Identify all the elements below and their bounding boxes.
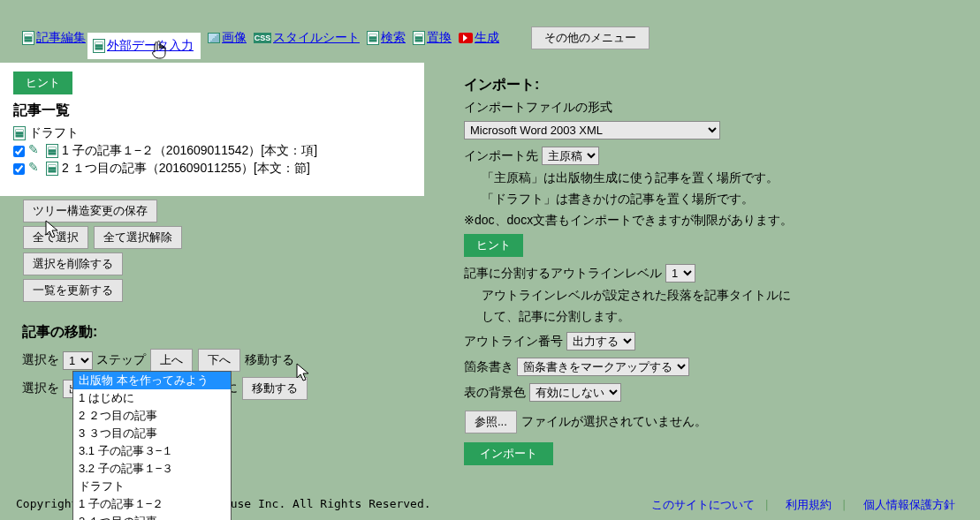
other-menu-button[interactable]: その他のメニュー [531, 26, 650, 49]
bgcolor-select[interactable]: 有効にしない [529, 383, 621, 402]
doc-icon [413, 31, 425, 45]
dropdown-option[interactable]: 3.1 子の記事３−１ [73, 442, 231, 460]
doc-icon [46, 162, 58, 176]
hint-button-2[interactable]: ヒント [464, 234, 523, 257]
browse-button[interactable]: 参照... [465, 411, 517, 433]
image-icon [208, 33, 220, 43]
article-item-2[interactable]: 2 １つ目の記事（201609011255）[本文：節] [62, 161, 310, 177]
outline-num-label: アウトライン番号 [464, 334, 563, 350]
move-down-button[interactable]: 下へ [198, 349, 240, 372]
dropdown-option[interactable]: 2 １つ目の記事 [73, 513, 231, 520]
css-icon: CSS [254, 33, 271, 43]
outline-num-select[interactable]: 出力する [566, 332, 635, 350]
right-panel: インポート: インポートファイルの形式 Microsoft Word 2003 … [464, 76, 958, 465]
nav-image[interactable]: 画像 [222, 30, 247, 46]
footer-about[interactable]: このサイトについて [651, 498, 755, 511]
article-checkbox-1[interactable] [13, 146, 25, 157]
outline-note-2: して、記事に分割します。 [482, 309, 958, 325]
article-item-1[interactable]: 1 子の記事１−２（201609011542）[本文：項] [62, 143, 317, 159]
pencil-icon[interactable] [28, 144, 42, 158]
bgcolor-label: 表の背景色 [464, 385, 526, 401]
save-tree-button[interactable]: ツリー構造変更の保存 [23, 200, 157, 222]
import-button[interactable]: インポート [464, 442, 553, 465]
pencil-icon[interactable] [28, 162, 42, 176]
doc-icon [46, 144, 58, 158]
nav-stylesheet[interactable]: スタイルシート [273, 30, 360, 46]
move-button[interactable]: 移動する [242, 377, 308, 400]
article-list-title: 記事一覧 [13, 102, 411, 120]
refresh-list-button[interactable]: 一覧を更新する [23, 279, 123, 302]
dropdown-option[interactable]: 2 ２つ目の記事 [73, 407, 231, 425]
destination-dropdown-list[interactable]: 出版物 本を作ってみよう 1 はじめに 2 ２つ目の記事 3 ３つ目の記事 3.… [72, 371, 232, 520]
note-main: 「主原稿」は出版物生成に使う記事を置く場所です。 [482, 170, 958, 186]
doc-icon [13, 126, 26, 140]
hint-button[interactable]: ヒント [13, 72, 72, 94]
draft-label: ドラフト [29, 125, 79, 141]
file-format-select[interactable]: Microsoft Word 2003 XML [464, 121, 720, 139]
nav-generate[interactable]: 生成 [475, 30, 499, 46]
doc-icon [93, 39, 105, 53]
nav-search[interactable]: 検索 [381, 30, 406, 46]
move-title: 記事の移動: [22, 323, 429, 342]
nav-edit[interactable]: 記事編集 [36, 30, 86, 46]
delete-selected-button[interactable]: 選択を削除する [23, 252, 123, 275]
dropdown-option[interactable]: ドラフト [73, 478, 231, 495]
move-suffix: 移動する [245, 352, 294, 368]
outline-label: 記事に分割するアウトラインレベル [464, 266, 662, 282]
note-draft: 「ドラフト」は書きかけの記事を置く場所です。 [482, 192, 958, 207]
move-prefix: 選択を [22, 352, 59, 368]
dropdown-option[interactable]: 1 子の記事１−２ [73, 495, 231, 513]
select-all-button[interactable]: 全て選択 [23, 226, 88, 249]
doc-icon [22, 31, 34, 45]
file-format-label: インポートファイルの形式 [464, 100, 958, 116]
dropdown-option[interactable]: 出版物 本を作ってみよう [73, 372, 231, 389]
note-docx: ※doc、docx文書もインポートできますが制限があります。 [464, 213, 958, 229]
step-label: ステップ [96, 352, 146, 368]
dropdown-option[interactable]: 3 ３つ目の記事 [73, 425, 231, 442]
article-checkbox-2[interactable] [13, 163, 25, 175]
deselect-all-button[interactable]: 全て選択解除 [94, 226, 182, 249]
dropdown-option[interactable]: 1 はじめに [73, 389, 231, 407]
nav-replace[interactable]: 置換 [427, 30, 452, 46]
dest-select[interactable]: 主原稿 [542, 147, 599, 165]
doc-icon [367, 31, 379, 45]
nav-external[interactable]: 外部データ入力 [107, 38, 194, 54]
move-up-button[interactable]: 上へ [150, 349, 193, 372]
footer-terms[interactable]: 利用規約 [786, 498, 832, 511]
import-title: インポート: [464, 76, 958, 94]
outline-level-select[interactable]: 1 [665, 264, 695, 283]
top-nav: 記事編集 外部データ入力 画像 CSSスタイルシート 検索 置換 生成 その他の… [22, 26, 958, 49]
bullet-select[interactable]: 箇条書きをマークアップする [517, 358, 689, 376]
outline-note-1: アウトラインレベルが設定された段落を記事タイトルに [482, 288, 958, 304]
dropdown-option[interactable]: 3.2 子の記事１−３ [73, 460, 231, 478]
video-icon [459, 33, 473, 43]
no-file-label: ファイルが選択されていません。 [521, 414, 707, 430]
dest-label: インポート先 [464, 148, 538, 164]
footer-privacy[interactable]: 個人情報保護方針 [863, 498, 955, 511]
move-prefix-2: 選択を [22, 381, 59, 396]
bullet-label: 箇条書き [464, 359, 513, 375]
step-select[interactable]: 1 [63, 351, 93, 370]
